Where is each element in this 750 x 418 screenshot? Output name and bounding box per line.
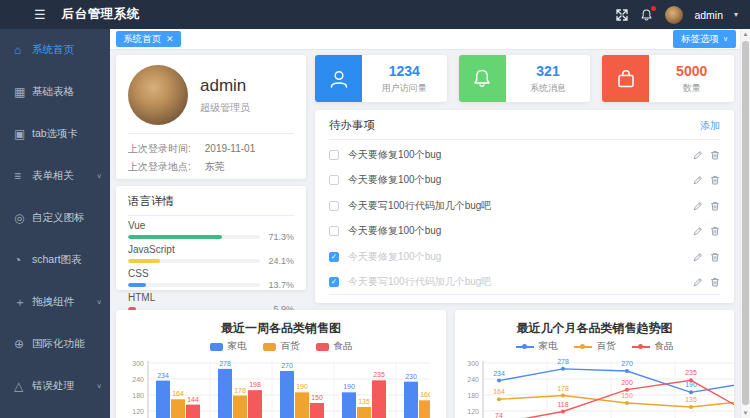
stat-value: 1234 [389, 63, 420, 79]
sidebar-item-support[interactable]: ▤ 支持作者 [0, 407, 110, 418]
todo-item: 今天要写100行代码加几个bug吧 [329, 193, 720, 219]
svg-text:235: 235 [373, 371, 385, 378]
svg-text:120: 120 [467, 408, 479, 415]
stat-label: 数量 [683, 82, 701, 95]
notifications-bell-icon[interactable] [640, 8, 654, 22]
sidebar-item-error[interactable]: △ 错误处理 ∨ [0, 365, 110, 407]
legend-swatch [632, 346, 650, 348]
sidebar-item-table[interactable]: ▦ 基础表格 [0, 71, 110, 113]
last-login-time-value: 2019-11-01 [205, 140, 255, 158]
todo-add-link[interactable]: 添加 [700, 119, 720, 133]
edit-icon[interactable] [693, 226, 703, 236]
sidebar-item-drag[interactable]: ＋ 拖拽组件 ∨ [0, 281, 110, 323]
svg-text:190: 190 [296, 383, 308, 390]
language-row-javascript: JavaScript24.1% [128, 244, 294, 266]
edit-icon[interactable] [693, 201, 703, 211]
edit-icon[interactable] [693, 150, 703, 160]
todo-item: 今天要修复100个bug [329, 219, 720, 245]
sidebar-item-form[interactable]: ≡ 表单相关 ∨ [0, 155, 110, 197]
svg-text:118: 118 [557, 401, 568, 408]
language-row-css: CSS13.7% [128, 268, 294, 290]
svg-text:230: 230 [405, 373, 417, 380]
fullscreen-icon[interactable] [615, 8, 629, 22]
home-icon: ⌂ [14, 43, 32, 57]
last-login-place-value: 东莞 [205, 158, 225, 176]
svg-text:278: 278 [219, 360, 231, 367]
delete-icon[interactable] [710, 150, 720, 160]
scroll-up-icon[interactable]: ▲ [741, 31, 750, 37]
tab-system-home[interactable]: 系统首页 ✕ [116, 31, 181, 47]
todo-checkbox[interactable]: ✓ [329, 277, 339, 287]
language-name: JavaScript [128, 244, 294, 255]
scroll-down-icon[interactable]: ▼ [741, 410, 750, 416]
svg-text:235: 235 [685, 369, 697, 376]
svg-text:180: 180 [132, 392, 144, 399]
stat-label: 用户访问量 [382, 82, 427, 95]
edit-icon[interactable] [693, 252, 703, 262]
todo-item: ✓今天要修复100个bug [329, 244, 720, 270]
todo-actions [693, 175, 720, 185]
todo-text: 今天要修复100个bug [348, 173, 684, 187]
svg-text:270: 270 [621, 360, 633, 367]
language-name: CSS [128, 268, 294, 279]
svg-text:150: 150 [311, 394, 323, 401]
chart-title: 最近一周各品类销售图 [124, 320, 438, 337]
todo-checkbox[interactable] [329, 175, 339, 185]
language-name: HTML [128, 292, 294, 303]
app-title: 后台管理系统 [62, 6, 140, 23]
legend-item[interactable]: 家电 [210, 340, 247, 353]
custom-icon-icon: ◎ [14, 211, 32, 225]
legend-item[interactable]: 食品 [316, 340, 353, 353]
progress-track [128, 259, 260, 263]
legend-swatch [210, 343, 223, 351]
todo-checkbox[interactable] [329, 226, 339, 236]
svg-text:270: 270 [281, 362, 293, 369]
legend-item[interactable]: 食品 [632, 340, 674, 353]
user-avatar[interactable] [665, 6, 683, 24]
delete-icon[interactable] [710, 175, 720, 185]
sidebar-item-custom-icon[interactable]: ◎ 自定义图标 [0, 197, 110, 239]
todo-checkbox[interactable] [329, 150, 339, 160]
language-row-vue: Vue71.3% [128, 220, 294, 242]
username-dropdown[interactable]: admin [694, 9, 723, 21]
svg-text:240: 240 [132, 376, 144, 383]
scrollbar-thumb[interactable] [742, 41, 749, 405]
todo-title: 待办事项 [329, 118, 375, 133]
sidebar-item-tabs[interactable]: ▣ tab选项卡 [0, 113, 110, 155]
profile-avatar [128, 65, 188, 125]
menu-toggle-icon[interactable]: ☰ [34, 7, 46, 22]
sidebar-item-home[interactable]: ⌂ 系统首页 [0, 29, 110, 71]
delete-icon[interactable] [710, 277, 720, 287]
svg-text:150: 150 [621, 392, 633, 399]
legend-item[interactable]: 百货 [263, 340, 300, 353]
edit-icon[interactable] [693, 175, 703, 185]
sidebar-item-i18n[interactable]: ⊕ 国际化功能 [0, 323, 110, 365]
sidebar-item-label: 自定义图标 [32, 211, 102, 225]
sidebar-item-chart[interactable]: ◔ schart图表 [0, 239, 110, 281]
profile-card: admin 超级管理员 上次登录时间: 2019-11-01 上次登录地点: [116, 55, 306, 179]
edit-icon[interactable] [693, 277, 703, 287]
svg-text:234: 234 [493, 370, 505, 377]
shopping-bag-icon [602, 55, 649, 102]
sidebar-item-label: 基础表格 [32, 85, 102, 99]
todo-actions [693, 252, 720, 262]
todo-checkbox[interactable] [329, 201, 339, 211]
legend-item[interactable]: 家电 [516, 340, 558, 353]
language-name: Vue [128, 220, 294, 231]
close-icon[interactable]: ✕ [166, 34, 174, 44]
app-window: ☰ 后台管理系统 admin ▾ ⌂ [0, 0, 750, 418]
chart-icon: ◔ [14, 253, 32, 267]
svg-text:300: 300 [467, 360, 479, 367]
profile-role: 超级管理员 [200, 101, 250, 115]
chart-legend: 家电百货食品 [124, 340, 438, 353]
vertical-scrollbar[interactable]: ▲ ▼ [740, 29, 750, 418]
tag-options-button[interactable]: 标签选项 ∨ [673, 30, 736, 48]
stat-value: 5000 [676, 63, 707, 79]
delete-icon[interactable] [710, 226, 720, 236]
legend-item[interactable]: 百货 [574, 340, 616, 353]
progress-track [128, 235, 260, 239]
todo-checkbox[interactable]: ✓ [329, 252, 339, 262]
delete-icon[interactable] [710, 201, 720, 211]
delete-icon[interactable] [710, 252, 720, 262]
progress-fill [128, 283, 146, 287]
